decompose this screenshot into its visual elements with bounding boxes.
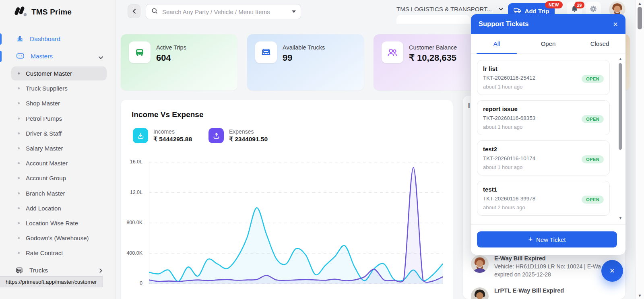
close-icon[interactable]: × — [613, 20, 618, 28]
alert-item[interactable]: E-Way Bill Expired Vehicle: HR61D1109 LR… — [463, 254, 625, 286]
ticket-time: about 1 hour ago — [483, 124, 604, 130]
bar-chart-icon — [16, 35, 24, 43]
sidebar-item-masters[interactable]: Masters — [0, 50, 116, 62]
sidebar-subitem[interactable]: Salary Master — [0, 141, 116, 156]
y-axis-tick-label: 0 — [140, 280, 142, 286]
sidebar-subitem-label: Account Master — [26, 160, 68, 167]
alerts-list: E-Way Bill Expired Vehicle: HR61D1109 LR… — [463, 254, 625, 299]
y-axis-tick-label: 400.0K — [126, 250, 142, 256]
sidebar: TMS Prime Dashboard Masters Customer Mas… — [0, 0, 116, 299]
app-logo[interactable]: TMS Prime — [13, 5, 72, 19]
ticket-card[interactable]: test2 TKT-20260116-10174 about 1 hour ag… — [477, 140, 610, 175]
logo-icon — [13, 5, 28, 19]
sidebar-subitem[interactable]: Truck Suppliers — [0, 81, 116, 96]
legend-expenses: Expenses ₹ 2344091.50 — [208, 128, 268, 143]
browser-scrollbar[interactable]: ▲ ▼ — [635, 0, 644, 299]
sidebar-subitem-label: Shop Master — [26, 100, 60, 107]
list-scroll-down-arrow[interactable]: ▼ — [619, 216, 622, 220]
legend-value: ₹ 2344091.50 — [229, 136, 268, 143]
add-trip-label: Add Trip — [525, 8, 549, 14]
new-ticket-label: New Ticket — [536, 236, 566, 243]
sidebar-subitem[interactable]: Rate Contract — [0, 245, 116, 260]
ticket-filter-tab[interactable]: Closed — [574, 34, 625, 54]
truck-icon — [514, 7, 522, 15]
stat-value: 99 — [283, 53, 292, 63]
notification-count-badge: 29 — [574, 2, 584, 8]
sidebar-subitem[interactable]: Driver & Staff — [0, 126, 116, 141]
ticket-card[interactable]: lr list TKT-20260116-25412 about 1 hour … — [477, 60, 610, 95]
y-axis-tick-label: 12.0L — [130, 190, 142, 195]
sidebar-collapse-button[interactable] — [128, 4, 140, 18]
search-dropdown-caret-icon[interactable] — [292, 10, 296, 13]
sidebar-subitem[interactable]: Branch Master — [0, 186, 116, 201]
sidebar-subitem[interactable]: Godown's (Warehouse) — [0, 231, 116, 245]
masters-icon — [16, 52, 25, 61]
legend-label: Incomes — [153, 128, 192, 135]
sidebar-subitem-label: Truck Suppliers — [26, 85, 68, 92]
global-search-input[interactable]: Search Any Party / Vehicle / Menu Items — [146, 4, 301, 19]
stat-label: Active Trips — [156, 44, 186, 51]
chevron-right-icon — [99, 268, 103, 275]
ticket-filter-tab[interactable]: All — [471, 34, 522, 54]
sidebar-item-label: Trucks — [29, 267, 48, 274]
sidebar-subitem-label: Add Location — [26, 205, 61, 212]
scroll-up-arrow[interactable]: ▲ — [636, 1, 644, 6]
stat-card-available-trucks[interactable]: Available Trucks 99 — [247, 34, 364, 91]
sidebar-subitem[interactable]: Petrol Pumps — [0, 111, 116, 126]
close-fab-button[interactable]: × — [601, 260, 623, 282]
stat-value: 604 — [156, 53, 171, 63]
truck-icon — [129, 41, 151, 63]
support-tickets-panel: Support Tickets × All Open Closed lr lis… — [471, 14, 625, 255]
avatar — [471, 287, 489, 299]
bullet-icon — [18, 102, 20, 104]
masters-submenu: Customer Master Truck Suppliers Shop Mas… — [0, 66, 116, 260]
company-dropdown-panel-edge — [396, 15, 470, 24]
sidebar-subitem[interactable]: Shop Master — [0, 96, 116, 111]
company-selector[interactable]: TMS LOGISTICS & TRANSPORT... — [396, 6, 504, 12]
company-name: TMS LOGISTICS & TRANSPORT... — [396, 6, 492, 12]
ticket-filter-tab[interactable]: Open — [522, 34, 574, 54]
alert-item[interactable]: LrPTL E-Way Bill Expired — [463, 286, 625, 299]
sidebar-subitem[interactable]: Location Wise Rate — [0, 216, 116, 231]
bullet-icon — [18, 118, 20, 120]
ticket-card[interactable]: report issue TKT-20260116-68353 about 1 … — [477, 100, 610, 135]
scrollbar-thumb[interactable] — [638, 7, 642, 29]
y-axis-tick-label: 16.0L — [130, 159, 142, 165]
sidebar-subitem[interactable]: Customer Master — [0, 66, 116, 81]
support-tickets-title: Support Tickets — [479, 20, 528, 28]
sidebar-subitem[interactable]: Account Group — [0, 171, 116, 186]
bullet-icon — [18, 147, 20, 149]
ticket-title: test2 — [483, 146, 604, 153]
ticket-card[interactable]: test1 TKT-20260116-39978 about 2 hours a… — [477, 181, 610, 216]
sidebar-item-dashboard[interactable]: Dashboard — [0, 33, 116, 45]
ticket-title: test1 — [483, 186, 604, 193]
stat-card-active-trips[interactable]: Active Trips 604 — [121, 34, 237, 91]
gear-icon — [589, 5, 597, 13]
stat-value: ₹ 10,28,635 — [409, 53, 456, 63]
bullet-icon — [18, 252, 20, 254]
list-scrollbar-thumb[interactable] — [619, 63, 622, 150]
chevron-down-icon — [98, 54, 103, 61]
ticket-list: lr list TKT-20260116-25412 about 1 hour … — [471, 54, 625, 224]
bullet-icon — [18, 207, 20, 209]
support-tickets-footer: + New Ticket — [471, 224, 625, 255]
bullet-icon — [18, 237, 20, 239]
scroll-down-arrow[interactable]: ▼ — [636, 293, 644, 298]
new-ticket-button[interactable]: + New Ticket — [477, 231, 617, 247]
sidebar-subitem-label: Petrol Pumps — [26, 115, 62, 122]
bullet-icon — [18, 192, 20, 194]
truck-icon — [15, 266, 24, 275]
avatar — [471, 255, 489, 273]
sidebar-item-label: Dashboard — [30, 35, 60, 43]
sidebar-subitem-label: Rate Contract — [26, 250, 63, 256]
ticket-time: about 2 hours ago — [483, 204, 604, 210]
sidebar-subitem-label: Account Group — [26, 175, 66, 181]
sidebar-subitem-label: Godown's (Warehouse) — [26, 235, 89, 241]
list-scroll-up-arrow[interactable]: ▲ — [619, 57, 622, 61]
sidebar-subitem[interactable]: Add Location — [0, 201, 116, 216]
sidebar-subitem-label: Branch Master — [26, 190, 65, 197]
sidebar-item-trucks[interactable]: Trucks — [0, 264, 116, 277]
sidebar-subitem[interactable]: Account Master — [0, 156, 116, 171]
alert-title: E-Way Bill Expired — [494, 254, 619, 262]
ticket-status-badge: OPEN — [582, 75, 604, 83]
